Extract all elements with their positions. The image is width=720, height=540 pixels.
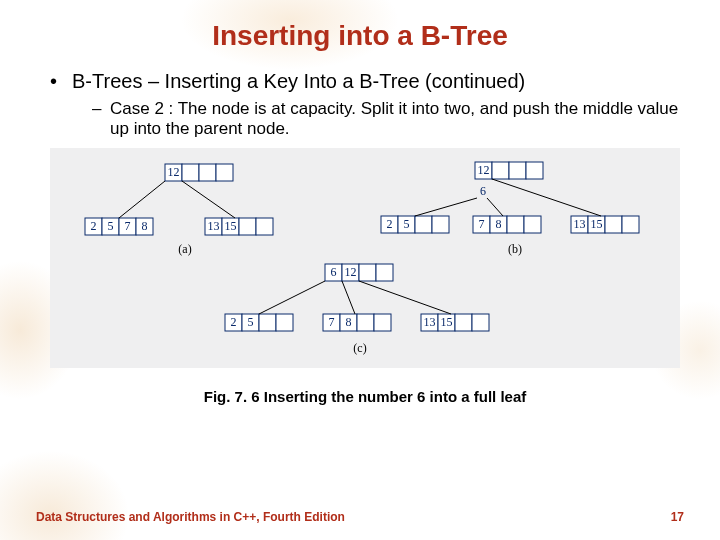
svg-text:15: 15 [591,217,603,231]
svg-rect-70 [472,314,489,331]
figure: 12 2 5 7 8 [50,148,680,405]
svg-text:7: 7 [329,315,335,329]
svg-text:5: 5 [404,217,410,231]
svg-text:(c): (c) [353,341,366,355]
svg-rect-63 [357,314,374,331]
svg-text:13: 13 [424,315,436,329]
svg-line-74 [342,281,355,314]
svg-text:5: 5 [108,219,114,233]
svg-text:2: 2 [387,217,393,231]
svg-text:7: 7 [125,219,131,233]
svg-rect-24 [509,162,526,179]
svg-text:(b): (b) [508,242,522,256]
node-mid-b: 7 8 [473,216,541,233]
node-root-b: 12 [475,162,543,179]
node-root-a: 12 [165,164,233,181]
svg-text:8: 8 [142,219,148,233]
svg-line-75 [359,281,451,314]
svg-text:15: 15 [441,315,453,329]
svg-text:13: 13 [574,217,586,231]
bullet-lvl2: Case 2 : The node is at capacity. Split … [92,99,680,138]
svg-text:12: 12 [478,163,490,177]
svg-rect-42 [622,216,639,233]
node-right-c: 13 15 [421,314,489,331]
node-right-a: 13 15 [205,218,273,235]
svg-text:13: 13 [208,219,220,233]
slide-body: B-Trees – Inserting a Key Into a B-Tree … [0,52,720,405]
svg-text:7: 7 [479,217,485,231]
svg-text:2: 2 [91,219,97,233]
node-left-a: 2 5 7 8 [85,218,153,235]
svg-rect-64 [374,314,391,331]
svg-rect-2 [199,164,216,181]
svg-line-20 [182,181,235,218]
svg-rect-36 [524,216,541,233]
svg-line-46 [487,198,503,216]
svg-rect-23 [492,162,509,179]
diagram-a: 12 2 5 7 8 [75,158,325,258]
svg-line-47 [492,179,601,216]
bullet-lvl1: B-Trees – Inserting a Key Into a B-Tree … [50,70,680,138]
svg-rect-41 [605,216,622,233]
bullet-lvl1-text: B-Trees – Inserting a Key Into a B-Tree … [72,70,525,92]
footer: Data Structures and Algorithms in C++, F… [36,510,684,524]
figure-panel: 12 2 5 7 8 [50,148,680,368]
footer-source: Data Structures and Algorithms in C++, F… [36,510,345,524]
slide: Inserting into a B-Tree B-Trees – Insert… [0,0,720,540]
bullet-lvl2-text: Case 2 : The node is at capacity. Split … [110,99,678,138]
svg-text:8: 8 [496,217,502,231]
svg-rect-1 [182,164,199,181]
svg-rect-15 [239,218,256,235]
svg-line-45 [415,198,477,216]
svg-rect-35 [507,216,524,233]
svg-line-19 [119,181,165,218]
svg-rect-69 [455,314,472,331]
floating-key-b: 6 [480,184,486,198]
svg-rect-51 [359,264,376,281]
svg-rect-16 [256,218,273,235]
node-left-b: 2 5 [381,216,449,233]
svg-text:12: 12 [168,165,180,179]
svg-text:12: 12 [345,265,357,279]
svg-rect-52 [376,264,393,281]
svg-text:6: 6 [331,265,337,279]
svg-text:8: 8 [346,315,352,329]
diagram-c: 6 12 2 5 7 8 13 [215,258,515,358]
svg-text:15: 15 [225,219,237,233]
node-right-b: 13 15 [571,216,639,233]
svg-text:2: 2 [231,315,237,329]
svg-rect-30 [432,216,449,233]
diagram-b: 12 6 2 5 7 8 [375,158,655,258]
svg-rect-29 [415,216,432,233]
svg-rect-58 [276,314,293,331]
svg-rect-3 [216,164,233,181]
node-root-c: 6 12 [325,264,393,281]
node-left-c: 2 5 [225,314,293,331]
svg-line-73 [259,281,325,314]
node-mid-c: 7 8 [323,314,391,331]
slide-title: Inserting into a B-Tree [0,0,720,52]
svg-text:(a): (a) [178,242,191,256]
figure-caption: Fig. 7. 6 Inserting the number 6 into a … [50,388,680,405]
svg-rect-25 [526,162,543,179]
svg-text:5: 5 [248,315,254,329]
svg-rect-57 [259,314,276,331]
page-number: 17 [671,510,684,524]
